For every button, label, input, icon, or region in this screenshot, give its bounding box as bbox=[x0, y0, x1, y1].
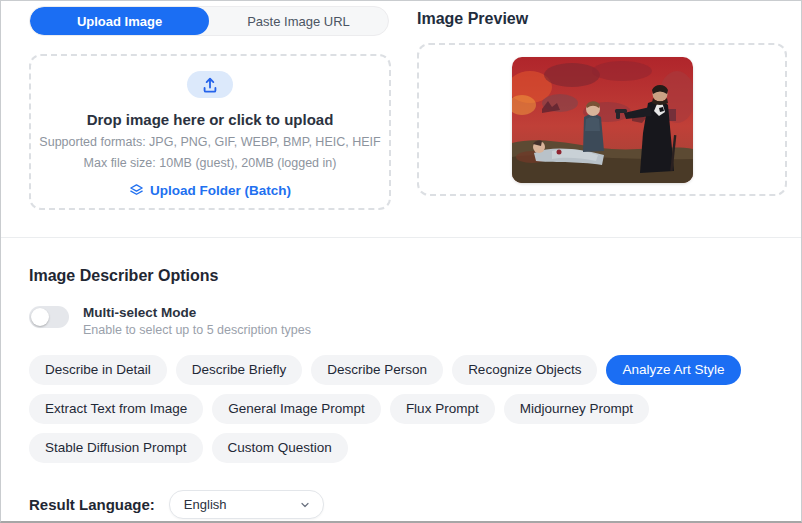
chip-describe-person[interactable]: Describe Person bbox=[311, 355, 443, 385]
multi-select-text: Multi-select Mode Enable to select up to… bbox=[83, 305, 311, 337]
upload-column: Upload Image Paste Image URL Drop image … bbox=[29, 6, 391, 210]
chip-stable-diffusion-prompt[interactable]: Stable Diffusion Prompt bbox=[29, 433, 203, 463]
chip-general-image-prompt[interactable]: General Image Prompt bbox=[212, 394, 381, 424]
chip-midjourney-prompt[interactable]: Midjourney Prompt bbox=[504, 394, 649, 424]
image-preview-box bbox=[417, 43, 787, 196]
upload-icon bbox=[187, 71, 233, 98]
upload-source-tabs: Upload Image Paste Image URL bbox=[29, 6, 389, 36]
chip-describe-briefly[interactable]: Describe Briefly bbox=[176, 355, 303, 385]
section-divider bbox=[1, 237, 801, 238]
image-preview-heading: Image Preview bbox=[417, 6, 787, 28]
image-describer-app: Upload Image Paste Image URL Drop image … bbox=[0, 0, 802, 523]
chip-recognize-objects[interactable]: Recognize Objects bbox=[452, 355, 597, 385]
result-language-row: Result Language: English bbox=[29, 490, 773, 519]
layers-icon bbox=[129, 183, 144, 198]
describer-options-section: Image Describer Options Multi-select Mod… bbox=[1, 267, 801, 519]
chip-custom-question[interactable]: Custom Question bbox=[212, 433, 348, 463]
multi-select-row: Multi-select Mode Enable to select up to… bbox=[29, 305, 773, 337]
result-language-label: Result Language: bbox=[29, 496, 155, 513]
chip-describe-in-detail[interactable]: Describe in Detail bbox=[29, 355, 167, 385]
chip-extract-text-from-image[interactable]: Extract Text from Image bbox=[29, 394, 203, 424]
multi-select-toggle[interactable] bbox=[29, 306, 69, 328]
multi-select-description: Enable to select up to 5 description typ… bbox=[83, 323, 311, 337]
image-dropzone[interactable]: Drop image here or click to upload Suppo… bbox=[29, 54, 391, 210]
result-language-select[interactable]: English bbox=[169, 490, 324, 519]
dropzone-title: Drop image here or click to upload bbox=[87, 111, 334, 128]
preview-column: Image Preview bbox=[417, 6, 787, 210]
toggle-knob bbox=[31, 308, 49, 326]
dropzone-formats: Supported formats: JPG, PNG, GIF, WEBP, … bbox=[39, 135, 380, 149]
preview-image bbox=[512, 57, 693, 183]
result-language-value: English bbox=[184, 497, 227, 512]
upload-preview-section: Upload Image Paste Image URL Drop image … bbox=[1, 1, 801, 210]
tab-paste-image-url[interactable]: Paste Image URL bbox=[209, 7, 388, 35]
describer-options-heading: Image Describer Options bbox=[29, 267, 773, 285]
chip-analyze-art-style[interactable]: Analyze Art Style bbox=[606, 355, 740, 385]
chip-flux-prompt[interactable]: Flux Prompt bbox=[390, 394, 495, 424]
multi-select-label: Multi-select Mode bbox=[83, 305, 311, 320]
dropzone-max-size: Max file size: 10MB (guest), 20MB (logge… bbox=[84, 156, 337, 170]
chevron-down-icon bbox=[299, 499, 311, 511]
upload-folder-batch-label: Upload Folder (Batch) bbox=[150, 183, 291, 198]
tab-upload-image[interactable]: Upload Image bbox=[30, 7, 209, 35]
upload-folder-batch-link[interactable]: Upload Folder (Batch) bbox=[129, 183, 291, 198]
description-type-chips: Describe in Detail Describe Briefly Desc… bbox=[29, 355, 773, 463]
